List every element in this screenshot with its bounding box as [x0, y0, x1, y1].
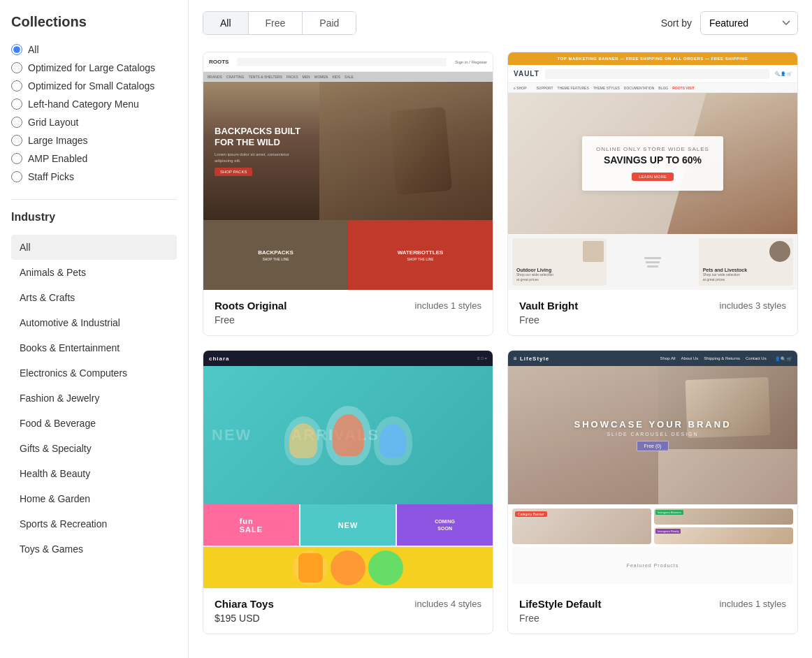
sidebar-title: Collections: [11, 14, 177, 30]
theme-card-lifestyle-default[interactable]: ≡ LifeStyle Shop AllAbout UsShipping & R…: [507, 350, 798, 634]
theme-name-lifestyle: LifeStyle Default: [519, 598, 602, 610]
filter-large-catalogs[interactable]: Optimized for Large Catalogs: [11, 62, 177, 73]
industry-list: All Animals & Pets Arts & Crafts Automot…: [11, 235, 177, 562]
theme-styles-chiara: includes 4 styles: [415, 599, 481, 609]
filter-large-catalogs-label[interactable]: Optimized for Large Catalogs: [28, 62, 155, 73]
filter-large-images-label[interactable]: Large Images: [28, 135, 88, 146]
industry-item-all[interactable]: All: [11, 235, 177, 260]
filter-small-catalogs-label[interactable]: Optimized for Small Catalogs: [28, 80, 154, 92]
industry-item-gifts[interactable]: Gifts & Specialty: [11, 436, 177, 461]
theme-name-chiara: Chiara Toys: [215, 598, 274, 610]
main-content: All Free Paid Sort by Featured Newest Ol…: [189, 0, 812, 658]
filter-staff-picks-label[interactable]: Staff Picks: [28, 171, 74, 182]
tab-free[interactable]: Free: [249, 12, 303, 34]
theme-info-chiara: Chiara Toys includes 4 styles $195 USD: [203, 588, 493, 634]
theme-preview-chiara: chiara ≡ □ × NEW ARRIVALS: [203, 351, 493, 588]
theme-preview-lifestyle: ≡ LifeStyle Shop AllAbout UsShipping & R…: [508, 351, 797, 588]
theme-card-chiara-toys[interactable]: chiara ≡ □ × NEW ARRIVALS: [203, 350, 493, 634]
preview-nav: ROOTS Sign in / Register: [203, 52, 493, 72]
sort-select[interactable]: Featured Newest Oldest Name A-Z Name Z-A: [700, 11, 798, 35]
filter-grid-layout-label[interactable]: Grid Layout: [28, 117, 78, 128]
theme-info-row: Vault Bright includes 3 styles: [519, 300, 786, 312]
industry-item-books[interactable]: Books & Entertainment: [11, 335, 177, 360]
theme-grid: ROOTS Sign in / Register BRANDSCRAFTINGT…: [203, 52, 798, 634]
filter-all[interactable]: All: [11, 44, 177, 55]
theme-card-vault-bright[interactable]: TOP MARKETING BANNER — FREE SHIPPING ON …: [507, 52, 798, 336]
theme-card-roots-original[interactable]: ROOTS Sign in / Register BRANDSCRAFTINGT…: [203, 52, 493, 336]
theme-info-row: Roots Original includes 1 styles: [215, 300, 481, 312]
preview-bottom: BACKPACKS SHOP THE LINE WATERBOTTLES SHO…: [203, 220, 493, 290]
filter-small-catalogs[interactable]: Optimized for Small Catalogs: [11, 80, 177, 92]
industry-title: Industry: [11, 211, 177, 224]
theme-price-roots: Free: [215, 314, 481, 326]
theme-preview-roots: ROOTS Sign in / Register BRANDSCRAFTINGT…: [203, 52, 493, 290]
filter-amp-label[interactable]: AMP Enabled: [28, 153, 87, 164]
industry-item-toys[interactable]: Toys & Games: [11, 536, 177, 562]
industry-item-animals-pets[interactable]: Animals & Pets: [11, 260, 177, 285]
theme-styles-lifestyle: includes 1 styles: [720, 599, 786, 609]
industry-section: Industry All Animals & Pets Arts & Craft…: [11, 211, 177, 562]
industry-item-fashion[interactable]: Fashion & Jewelry: [11, 386, 177, 411]
filter-staff-picks[interactable]: Staff Picks: [11, 171, 177, 182]
tab-paid[interactable]: Paid: [303, 12, 356, 34]
filter-large-images[interactable]: Large Images: [11, 135, 177, 146]
filter-amp[interactable]: AMP Enabled: [11, 153, 177, 164]
industry-item-arts-crafts[interactable]: Arts & Crafts: [11, 285, 177, 310]
filter-section: All Optimized for Large Catalogs Optimiz…: [11, 44, 177, 182]
theme-name-roots: Roots Original: [215, 300, 287, 312]
industry-item-health[interactable]: Health & Beauty: [11, 461, 177, 486]
industry-item-home[interactable]: Home & Garden: [11, 486, 177, 511]
sidebar: Collections All Optimized for Large Cata…: [0, 0, 189, 658]
sort-label: Sort by: [661, 17, 692, 29]
sidebar-divider: [11, 199, 177, 200]
industry-item-food[interactable]: Food & Beverage: [11, 411, 177, 436]
tab-group: All Free Paid: [203, 11, 356, 35]
theme-info-lifestyle: LifeStyle Default includes 1 styles Free: [508, 588, 797, 634]
tab-all[interactable]: All: [203, 12, 249, 34]
theme-name-vault: Vault Bright: [519, 300, 578, 312]
theme-price-lifestyle: Free: [519, 613, 786, 624]
theme-styles-roots: includes 1 styles: [415, 300, 481, 311]
filter-left-category[interactable]: Left-hand Category Menu: [11, 98, 177, 110]
filter-grid-layout[interactable]: Grid Layout: [11, 117, 177, 128]
theme-price-chiara: $195 USD: [215, 613, 481, 624]
filter-left-category-label[interactable]: Left-hand Category Menu: [28, 98, 139, 110]
industry-item-sports[interactable]: Sports & Recreation: [11, 511, 177, 536]
theme-price-vault: Free: [519, 314, 786, 326]
theme-info-row: Chiara Toys includes 4 styles: [215, 598, 481, 610]
theme-info-vault: Vault Bright includes 3 styles Free: [508, 290, 797, 335]
theme-info-row: LifeStyle Default includes 1 styles: [519, 598, 786, 610]
theme-preview-vault: TOP MARKETING BANNER — FREE SHIPPING ON …: [508, 52, 797, 290]
filter-all-label[interactable]: All: [28, 44, 39, 55]
industry-item-electronics[interactable]: Electronics & Computers: [11, 360, 177, 386]
theme-info-roots: Roots Original includes 1 styles Free: [203, 290, 493, 335]
sort-container: Sort by Featured Newest Oldest Name A-Z …: [661, 11, 798, 35]
header-bar: All Free Paid Sort by Featured Newest Ol…: [203, 11, 798, 35]
industry-item-automotive[interactable]: Automotive & Industrial: [11, 310, 177, 335]
theme-styles-vault: includes 3 styles: [720, 300, 786, 311]
